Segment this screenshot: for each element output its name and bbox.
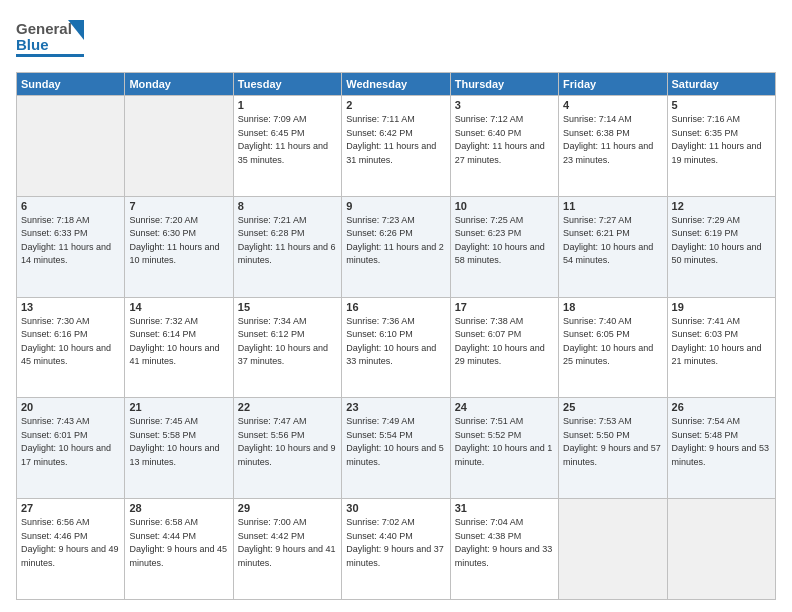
sunrise-text: Sunrise: 7:49 AM	[346, 415, 445, 429]
day-number: 2	[346, 99, 445, 111]
day-info: Sunrise: 7:53 AMSunset: 5:50 PMDaylight:…	[563, 415, 662, 469]
day-info: Sunrise: 7:45 AMSunset: 5:58 PMDaylight:…	[129, 415, 228, 469]
day-number: 20	[21, 401, 120, 413]
day-info: Sunrise: 7:27 AMSunset: 6:21 PMDaylight:…	[563, 214, 662, 268]
day-info: Sunrise: 7:16 AMSunset: 6:35 PMDaylight:…	[672, 113, 771, 167]
sunset-text: Sunset: 5:48 PM	[672, 429, 771, 443]
sunset-text: Sunset: 6:23 PM	[455, 227, 554, 241]
sunset-text: Sunset: 6:14 PM	[129, 328, 228, 342]
sunset-text: Sunset: 5:52 PM	[455, 429, 554, 443]
daylight-text: Daylight: 11 hours and 2 minutes.	[346, 241, 445, 268]
calendar-cell: 9Sunrise: 7:23 AMSunset: 6:26 PMDaylight…	[342, 196, 450, 297]
day-number: 7	[129, 200, 228, 212]
daylight-text: Daylight: 9 hours and 37 minutes.	[346, 543, 445, 570]
calendar-cell: 24Sunrise: 7:51 AMSunset: 5:52 PMDayligh…	[450, 398, 558, 499]
day-number: 28	[129, 502, 228, 514]
day-number: 15	[238, 301, 337, 313]
daylight-text: Daylight: 9 hours and 49 minutes.	[21, 543, 120, 570]
day-number: 31	[455, 502, 554, 514]
calendar-table: SundayMondayTuesdayWednesdayThursdayFrid…	[16, 72, 776, 600]
sunrise-text: Sunrise: 7:21 AM	[238, 214, 337, 228]
sunrise-text: Sunrise: 7:27 AM	[563, 214, 662, 228]
sunrise-text: Sunrise: 7:38 AM	[455, 315, 554, 329]
day-number: 30	[346, 502, 445, 514]
day-number: 14	[129, 301, 228, 313]
calendar-cell: 29Sunrise: 7:00 AMSunset: 4:42 PMDayligh…	[233, 499, 341, 600]
sunrise-text: Sunrise: 7:14 AM	[563, 113, 662, 127]
day-number: 13	[21, 301, 120, 313]
svg-text:Blue: Blue	[16, 36, 49, 53]
day-number: 19	[672, 301, 771, 313]
weekday-header: Thursday	[450, 73, 558, 96]
calendar-cell: 1Sunrise: 7:09 AMSunset: 6:45 PMDaylight…	[233, 96, 341, 197]
sunrise-text: Sunrise: 7:36 AM	[346, 315, 445, 329]
weekday-header: Sunday	[17, 73, 125, 96]
day-info: Sunrise: 7:21 AMSunset: 6:28 PMDaylight:…	[238, 214, 337, 268]
calendar-cell: 18Sunrise: 7:40 AMSunset: 6:05 PMDayligh…	[559, 297, 667, 398]
sunrise-text: Sunrise: 7:34 AM	[238, 315, 337, 329]
daylight-text: Daylight: 10 hours and 33 minutes.	[346, 342, 445, 369]
day-info: Sunrise: 7:49 AMSunset: 5:54 PMDaylight:…	[346, 415, 445, 469]
calendar-cell	[559, 499, 667, 600]
sunrise-text: Sunrise: 6:58 AM	[129, 516, 228, 530]
weekday-header: Saturday	[667, 73, 775, 96]
day-info: Sunrise: 7:00 AMSunset: 4:42 PMDaylight:…	[238, 516, 337, 570]
sunrise-text: Sunrise: 7:02 AM	[346, 516, 445, 530]
calendar-cell: 17Sunrise: 7:38 AMSunset: 6:07 PMDayligh…	[450, 297, 558, 398]
sunset-text: Sunset: 6:30 PM	[129, 227, 228, 241]
day-number: 22	[238, 401, 337, 413]
calendar-cell: 31Sunrise: 7:04 AMSunset: 4:38 PMDayligh…	[450, 499, 558, 600]
sunrise-text: Sunrise: 7:25 AM	[455, 214, 554, 228]
sunset-text: Sunset: 6:45 PM	[238, 127, 337, 141]
day-number: 4	[563, 99, 662, 111]
day-number: 26	[672, 401, 771, 413]
calendar-cell: 8Sunrise: 7:21 AMSunset: 6:28 PMDaylight…	[233, 196, 341, 297]
sunset-text: Sunset: 6:35 PM	[672, 127, 771, 141]
daylight-text: Daylight: 11 hours and 14 minutes.	[21, 241, 120, 268]
sunset-text: Sunset: 6:01 PM	[21, 429, 120, 443]
sunrise-text: Sunrise: 7:45 AM	[129, 415, 228, 429]
day-info: Sunrise: 7:40 AMSunset: 6:05 PMDaylight:…	[563, 315, 662, 369]
day-info: Sunrise: 7:20 AMSunset: 6:30 PMDaylight:…	[129, 214, 228, 268]
sunrise-text: Sunrise: 7:04 AM	[455, 516, 554, 530]
weekday-header: Friday	[559, 73, 667, 96]
calendar-cell: 7Sunrise: 7:20 AMSunset: 6:30 PMDaylight…	[125, 196, 233, 297]
calendar-cell: 20Sunrise: 7:43 AMSunset: 6:01 PMDayligh…	[17, 398, 125, 499]
day-number: 17	[455, 301, 554, 313]
day-number: 11	[563, 200, 662, 212]
calendar-cell: 15Sunrise: 7:34 AMSunset: 6:12 PMDayligh…	[233, 297, 341, 398]
calendar-cell: 21Sunrise: 7:45 AMSunset: 5:58 PMDayligh…	[125, 398, 233, 499]
sunrise-text: Sunrise: 6:56 AM	[21, 516, 120, 530]
calendar-cell: 13Sunrise: 7:30 AMSunset: 6:16 PMDayligh…	[17, 297, 125, 398]
daylight-text: Daylight: 11 hours and 19 minutes.	[672, 140, 771, 167]
daylight-text: Daylight: 10 hours and 41 minutes.	[129, 342, 228, 369]
calendar-cell: 23Sunrise: 7:49 AMSunset: 5:54 PMDayligh…	[342, 398, 450, 499]
sunset-text: Sunset: 6:03 PM	[672, 328, 771, 342]
calendar-cell: 16Sunrise: 7:36 AMSunset: 6:10 PMDayligh…	[342, 297, 450, 398]
calendar-cell: 10Sunrise: 7:25 AMSunset: 6:23 PMDayligh…	[450, 196, 558, 297]
svg-text:General: General	[16, 20, 72, 37]
sunset-text: Sunset: 6:19 PM	[672, 227, 771, 241]
sunrise-text: Sunrise: 7:53 AM	[563, 415, 662, 429]
sunrise-text: Sunrise: 7:54 AM	[672, 415, 771, 429]
logo-svg: General Blue	[16, 12, 96, 64]
sunset-text: Sunset: 4:44 PM	[129, 530, 228, 544]
sunrise-text: Sunrise: 7:40 AM	[563, 315, 662, 329]
day-number: 12	[672, 200, 771, 212]
daylight-text: Daylight: 9 hours and 45 minutes.	[129, 543, 228, 570]
daylight-text: Daylight: 10 hours and 13 minutes.	[129, 442, 228, 469]
day-info: Sunrise: 7:02 AMSunset: 4:40 PMDaylight:…	[346, 516, 445, 570]
day-number: 5	[672, 99, 771, 111]
daylight-text: Daylight: 11 hours and 35 minutes.	[238, 140, 337, 167]
day-info: Sunrise: 7:23 AMSunset: 6:26 PMDaylight:…	[346, 214, 445, 268]
daylight-text: Daylight: 10 hours and 5 minutes.	[346, 442, 445, 469]
daylight-text: Daylight: 10 hours and 25 minutes.	[563, 342, 662, 369]
calendar-cell: 26Sunrise: 7:54 AMSunset: 5:48 PMDayligh…	[667, 398, 775, 499]
sunrise-text: Sunrise: 7:47 AM	[238, 415, 337, 429]
daylight-text: Daylight: 10 hours and 17 minutes.	[21, 442, 120, 469]
day-info: Sunrise: 6:56 AMSunset: 4:46 PMDaylight:…	[21, 516, 120, 570]
calendar-cell	[667, 499, 775, 600]
sunrise-text: Sunrise: 7:12 AM	[455, 113, 554, 127]
sunrise-text: Sunrise: 7:43 AM	[21, 415, 120, 429]
day-number: 6	[21, 200, 120, 212]
